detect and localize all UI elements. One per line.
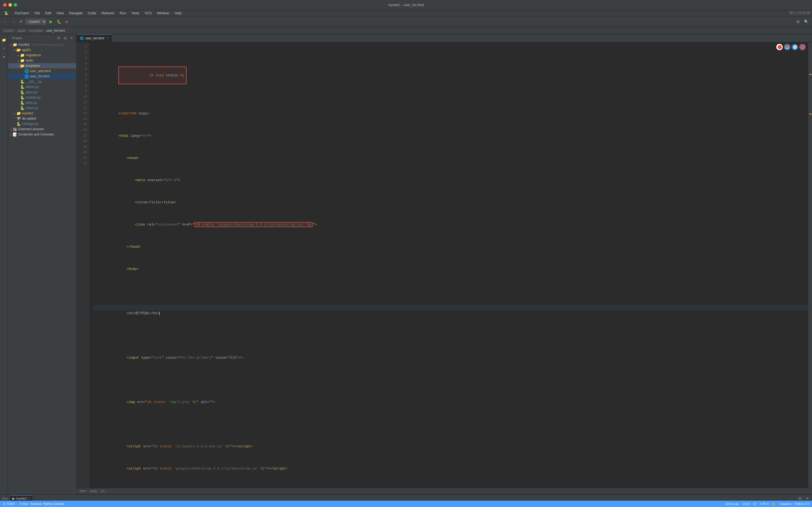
code-content[interactable]: {% load static %} <!DOCTYPE html> <html … [89, 42, 808, 488]
project-selector[interactable]: mysite2 [26, 19, 47, 24]
toolbar-search-btn[interactable]: 🔍 [803, 19, 810, 24]
tree-item-app01[interactable]: ▾ 📂 app01 [8, 47, 77, 53]
tab-user-list[interactable]: 🌐 user_list.html ✕ [77, 34, 112, 42]
tree-arrow-scratches: ▸ [9, 133, 13, 136]
tree-item-manage[interactable]: 🐍 manage.py [8, 121, 77, 126]
toolbar-debug-btn[interactable]: 🐛 [55, 19, 63, 24]
breadcrumb-templates[interactable]: templates [29, 29, 43, 33]
breadcrumb-mysite2[interactable]: mysite2 [3, 29, 14, 33]
safari-icon[interactable]: 🧭 [792, 44, 798, 50]
menu-navigate[interactable]: Navigate [67, 11, 85, 15]
window-title: mysite2 – user_list.html [388, 3, 424, 7]
tree-item-mysite2-root[interactable]: ▾ 📁 mysite2 ~/PycharmProjects/gx/my [8, 42, 77, 47]
code-editor[interactable]: 1 2 3 4 5 6 7 8 9 10 11 12 13 14 15 16 1 [77, 42, 812, 488]
status-h1[interactable]: h1 [101, 489, 105, 493]
breadcrumb-userlist[interactable]: user_list.html [46, 29, 65, 33]
line-num-12: 12 [80, 105, 87, 111]
menu-refactor[interactable]: Refactor [99, 11, 116, 15]
breadcrumb-app01[interactable]: app01 [17, 29, 26, 33]
tree-item-user-list[interactable]: 🌐 user_list.html [8, 74, 77, 79]
toolbar-back-btn[interactable]: ← [2, 19, 8, 24]
status-html[interactable]: html [80, 489, 86, 493]
sidebar-close-btn[interactable]: ✕ [69, 36, 74, 41]
line-num-7: 7 [80, 78, 87, 83]
menu-file[interactable]: File [32, 11, 42, 15]
kw-load: load [155, 73, 164, 77]
status-encoding: UTF-8 [760, 502, 768, 506]
highlight-load-static: {% load static %} [118, 66, 187, 84]
status-terminal[interactable]: Terminal [31, 502, 42, 505]
sidebar-toolbar: Project ⚙ ⊟ ✕ [8, 34, 77, 42]
project-tree: ▾ 📁 mysite2 ~/PycharmProjects/gx/my ▾ 📂 … [8, 42, 77, 137]
menu-window[interactable]: Window [155, 11, 171, 15]
status-indent[interactable]: 4 spaces [779, 502, 791, 506]
menu-pycharm[interactable]: PyCharm [13, 11, 31, 15]
breadcrumb-sep-2: › [27, 29, 28, 33]
minimize-button[interactable] [8, 3, 12, 7]
menu-view[interactable]: View [54, 11, 66, 15]
tree-label-mysite2-pkg: mysite2 [22, 111, 33, 115]
project-tab-btn[interactable]: 📁 [1, 37, 7, 43]
tree-item-tests[interactable]: 🐍 tests.py [8, 100, 77, 105]
toolbar-stop-btn[interactable]: ■ [64, 19, 69, 24]
maximize-button[interactable] [14, 3, 17, 7]
breadcrumb-sep-3: › [44, 29, 45, 33]
tree-item-user-add[interactable]: 🌐 user_add.html [8, 68, 77, 74]
tab-close-btn[interactable]: ✕ [106, 37, 109, 40]
close-button[interactable] [3, 3, 7, 7]
folder-icon-mysite2-pkg: 📁 [16, 111, 21, 115]
menu-edit[interactable]: Edit [43, 11, 53, 15]
toolbar-forward-btn[interactable]: → [10, 19, 16, 24]
other-browser-icon[interactable]: 🌐 [799, 44, 806, 50]
menu-run[interactable]: Run [118, 11, 128, 15]
highlight-static-css: {% static 'plugins/bootstrap-3.4.1/css/b… [195, 222, 313, 227]
tree-item-scratches[interactable]: ▸ 📝 Scratches and Consoles [8, 132, 77, 137]
status-body[interactable]: body [90, 489, 97, 493]
tree-item-templates[interactable]: ▾ 📂 templates [8, 63, 77, 68]
folder-icon-migrations: 📁 [20, 53, 24, 57]
breadcrumb-bar: mysite2 › app01 › templates › user_list.… [0, 27, 812, 34]
chrome-icon[interactable]: 🔴 [776, 44, 783, 50]
structure-tab-btn[interactable]: ≡ [1, 45, 7, 52]
folder-icon-mysite2: 📁 [13, 43, 17, 47]
tree-item-models[interactable]: 🐍 models.py [8, 95, 77, 100]
run-tab-close[interactable]: ✕ [28, 497, 31, 500]
tree-item-mysite2-pkg[interactable]: ▸ 📁 mysite2 [8, 111, 77, 116]
tree-item-external-libs[interactable]: ▸ 📚 External Libraries [8, 126, 77, 132]
code-line-11 [94, 283, 808, 288]
tree-item-admin[interactable]: 🐍 admin.py [8, 84, 77, 90]
tree-item-static[interactable]: ▸ 📁 static [8, 58, 77, 63]
menu-code[interactable]: Code [86, 11, 98, 15]
tree-label-external: External Libraries [18, 127, 44, 131]
tmpl-close-1: %} [180, 73, 185, 77]
tree-label-mysite2-root: mysite2 ~/PycharmProjects/gx/my [18, 43, 64, 47]
menu-help[interactable]: Help [172, 11, 184, 15]
tree-label-views: views.py [26, 106, 38, 110]
status-python-console[interactable]: Python Console [44, 502, 64, 505]
tree-item-migrations[interactable]: ▸ 📁 migrations [8, 53, 77, 58]
tree-item-db[interactable]: 🗃️ db.sqlite3 [8, 116, 77, 121]
tree-item-apps[interactable]: 🐍 apps.py [8, 90, 77, 95]
favorites-tab-btn[interactable]: ★ [1, 53, 7, 60]
folder-icon-static: 📁 [20, 58, 24, 63]
toolbar-settings-btn[interactable]: ⚙ [795, 19, 801, 24]
sidebar-gear-btn[interactable]: ⚙ [56, 36, 62, 41]
status-run[interactable]: ▶ 4: Run [17, 502, 28, 506]
tree-arrow-external: ▸ [9, 128, 13, 131]
toolbar-run-btn[interactable]: ▶ [48, 18, 54, 25]
menu-tools[interactable]: Tools [129, 11, 141, 15]
sidebar-collapse-btn[interactable]: ⊟ [63, 36, 68, 41]
tree-item-init[interactable]: 🐍 __init__.py [8, 79, 77, 84]
code-line-4: <html lang="en"> [94, 127, 808, 133]
firefox-icon[interactable]: 🦊 [784, 44, 790, 50]
toolbar-refresh-btn[interactable]: ↺ [18, 19, 24, 24]
line-num-18: 18 [80, 138, 87, 144]
status-todo[interactable]: 6: TODO [3, 502, 15, 505]
tree-arrow-mysite2-pkg: ▸ [13, 112, 16, 115]
status-bar: 6: TODO ▶ 4: Run Terminal Python Console… [0, 501, 812, 507]
menu-vcs[interactable]: VCS [143, 11, 154, 15]
line-num-15: 15 [80, 122, 87, 127]
status-event-log[interactable]: Event Log [725, 502, 739, 506]
tree-item-views[interactable]: 🐍 views.py [8, 105, 77, 111]
status-python[interactable]: Python 3.9 [795, 502, 809, 506]
